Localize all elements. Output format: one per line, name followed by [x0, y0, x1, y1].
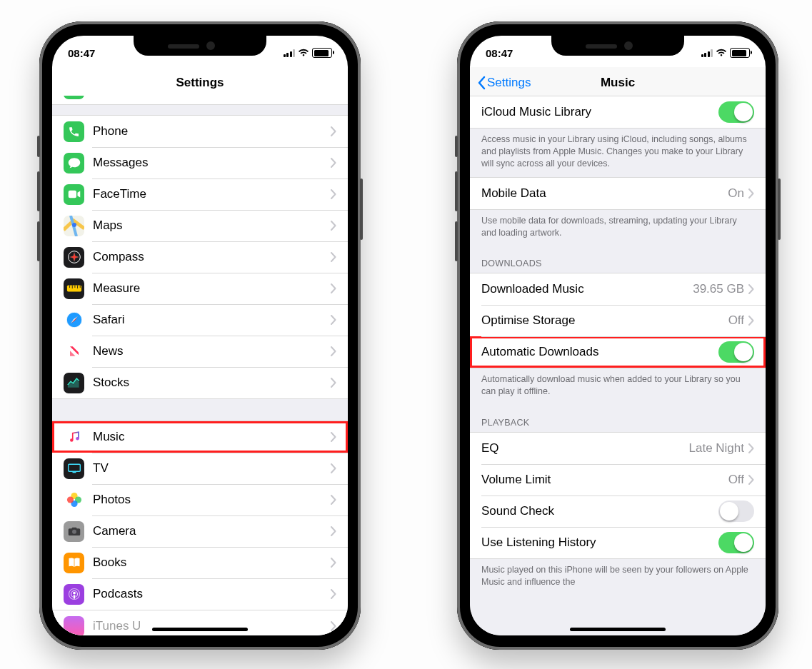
settings-row-safari[interactable]: Safari — [52, 304, 348, 336]
chevron-right-icon — [331, 432, 336, 442]
music-row-sound check[interactable]: Sound Check — [470, 496, 766, 527]
toggle-switch[interactable] — [718, 532, 754, 553]
chevron-right-icon — [331, 189, 336, 199]
row-label: News — [93, 344, 331, 358]
toggle-switch[interactable] — [718, 501, 754, 522]
camera-icon — [64, 521, 84, 542]
svg-rect-10 — [72, 472, 76, 473]
settings-row-compass[interactable]: Compass — [52, 241, 348, 273]
settings-row-photos[interactable]: Photos — [52, 484, 348, 515]
wifi-icon — [716, 49, 727, 57]
compass-icon — [64, 247, 84, 268]
books-icon — [64, 553, 84, 573]
back-label: Settings — [487, 76, 531, 90]
notch — [551, 36, 684, 56]
toggle-switch[interactable] — [718, 341, 754, 363]
chevron-right-icon — [331, 221, 336, 231]
battery-icon — [730, 48, 750, 58]
section-header: PLAYBACK — [470, 405, 766, 432]
settings-row-measure[interactable]: Measure — [52, 273, 348, 304]
svg-point-15 — [72, 530, 76, 534]
row-label: Books — [93, 555, 331, 570]
settings-row-books[interactable]: Books — [52, 547, 348, 578]
row-value: Off — [728, 473, 744, 487]
list-item[interactable] — [52, 96, 348, 104]
chevron-right-icon — [331, 283, 336, 293]
row-label: Stocks — [93, 376, 331, 390]
music-row-mobile data[interactable]: Mobile DataOn — [470, 178, 766, 209]
music-row-downloaded music[interactable]: Downloaded Music39.65 GB — [470, 273, 766, 305]
chevron-right-icon — [331, 315, 336, 325]
section-footer: Music played on this iPhone will be seen… — [470, 559, 766, 595]
row-label: Downloaded Music — [481, 282, 693, 296]
music-row-volume limit[interactable]: Volume LimitOff — [470, 464, 766, 496]
chevron-right-icon — [331, 126, 336, 136]
section-footer: Use mobile data for downloads, streaming… — [470, 210, 766, 246]
chevron-right-icon — [748, 443, 754, 453]
chevron-right-icon — [331, 158, 336, 168]
toggle-switch[interactable] — [718, 101, 754, 123]
navbar-settings: Settings — [52, 67, 348, 99]
maps-icon — [64, 216, 84, 236]
settings-row-facetime[interactable]: FaceTime — [52, 178, 348, 210]
settings-row-messages[interactable]: Messages — [52, 147, 348, 178]
music-row-eq[interactable]: EQLate Night — [470, 433, 766, 464]
chevron-right-icon — [331, 378, 336, 388]
settings-row-tv[interactable]: TV — [52, 453, 348, 484]
row-label: Use Listening History — [481, 535, 718, 550]
settings-row-podcasts[interactable]: Podcasts — [52, 578, 348, 610]
chevron-right-icon — [331, 558, 336, 568]
row-label: Compass — [93, 250, 331, 264]
status-time: 08:47 — [486, 47, 513, 59]
row-label: Volume Limit — [481, 473, 728, 487]
chevron-right-icon — [331, 526, 336, 536]
status-time: 08:47 — [68, 47, 95, 59]
chevron-right-icon — [331, 463, 336, 473]
music-row-icloud music library[interactable]: iCloud Music Library — [470, 96, 766, 128]
svg-point-7 — [70, 438, 74, 442]
settings-row-music[interactable]: Music — [52, 421, 348, 453]
row-value: On — [728, 186, 744, 201]
row-label: Photos — [93, 493, 331, 507]
settings-row-phone[interactable]: Phone — [52, 116, 348, 147]
row-value: Late Night — [689, 441, 745, 456]
chevron-right-icon — [748, 316, 754, 326]
row-label: EQ — [481, 441, 689, 456]
svg-rect-9 — [68, 464, 80, 471]
chevron-right-icon — [748, 284, 754, 294]
chevron-right-icon — [748, 475, 754, 485]
music-row-use listening history[interactable]: Use Listening History — [470, 527, 766, 558]
row-label: Camera — [93, 524, 331, 538]
back-button[interactable]: Settings — [477, 67, 531, 99]
row-label: Sound Check — [481, 504, 718, 518]
settings-row-maps[interactable]: Maps — [52, 210, 348, 241]
prev-icon — [64, 96, 84, 99]
chevron-right-icon — [331, 495, 336, 505]
news-icon — [64, 341, 84, 362]
home-indicator[interactable] — [570, 628, 666, 631]
battery-icon — [312, 48, 332, 58]
settings-row-stocks[interactable]: Stocks — [52, 367, 348, 398]
tv-icon — [64, 458, 84, 479]
row-label: Optimise Storage — [481, 313, 728, 328]
svg-rect-0 — [68, 191, 76, 198]
settings-row-camera[interactable]: Camera — [52, 515, 348, 547]
section-footer: Access music in your Library using iClou… — [470, 129, 766, 177]
row-label: iTunes U — [93, 619, 331, 633]
chevron-right-icon — [331, 252, 336, 262]
notch — [134, 36, 266, 56]
settings-row-itunes[interactable]: iTunes U — [52, 610, 348, 635]
svg-point-2 — [72, 223, 76, 227]
chevron-right-icon — [748, 188, 754, 198]
home-indicator[interactable] — [152, 628, 248, 631]
music-icon — [64, 427, 84, 448]
cellular-signal-icon — [284, 49, 296, 57]
safari-icon — [64, 310, 84, 331]
row-label: Music — [93, 430, 331, 444]
music-row-optimise storage[interactable]: Optimise StorageOff — [470, 305, 766, 336]
row-label: TV — [93, 461, 331, 476]
settings-row-news[interactable]: News — [52, 336, 348, 367]
phone-right: 08:47 Settings Music iCloud Music Librar… — [457, 21, 778, 650]
page-title: Music — [601, 76, 635, 90]
music-row-automatic downloads[interactable]: Automatic Downloads — [470, 336, 766, 368]
